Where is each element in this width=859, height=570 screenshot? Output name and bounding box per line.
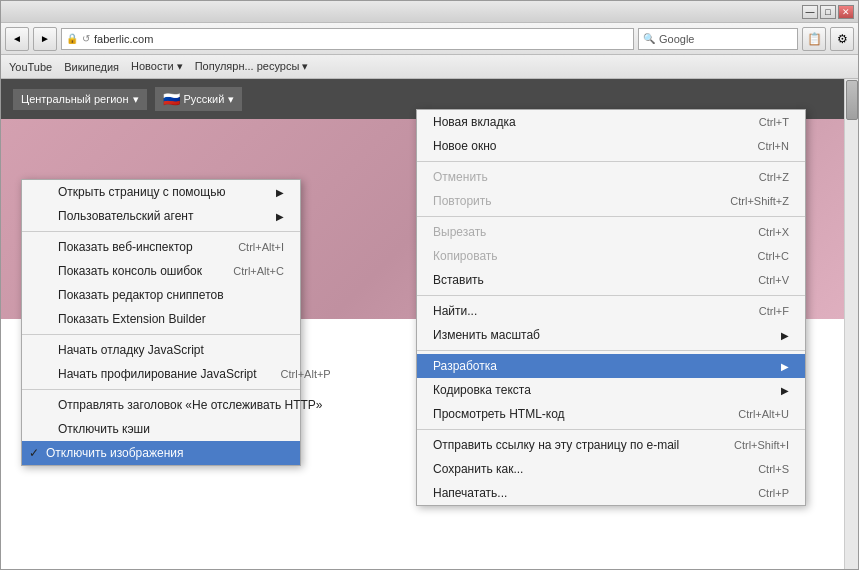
menu-right-item-label-12: Отправить ссылку на эту страницу по e-ma… bbox=[433, 438, 710, 452]
menu-right-separator-6 bbox=[417, 295, 805, 296]
menu-right-item-label-10: Кодировка текста bbox=[433, 383, 773, 397]
menu-right-shortcut-4: Ctrl+X bbox=[758, 226, 789, 238]
search-input[interactable]: Google bbox=[659, 33, 694, 45]
menu-right-separator-11 bbox=[417, 429, 805, 430]
maximize-button[interactable]: □ bbox=[820, 5, 836, 19]
menu-right-shortcut-6: Ctrl+V bbox=[758, 274, 789, 286]
webpage: Центральный регион ▾ 🇷🇺 Русский ▾ «ЗАЩИТ… bbox=[1, 79, 858, 569]
menu-left-item-5[interactable]: Показать Extension Builder bbox=[22, 307, 300, 331]
menu-left-item-label-8: Отправлять заголовок «Не отслеживать HTT… bbox=[58, 398, 323, 412]
menu-right-item-label-2: Отменить bbox=[433, 170, 735, 184]
menu-right-shortcut-2: Ctrl+Z bbox=[759, 171, 789, 183]
menu-right-shortcut-13: Ctrl+S bbox=[758, 463, 789, 475]
close-button[interactable]: ✕ bbox=[838, 5, 854, 19]
menu-right-shortcut-5: Ctrl+C bbox=[758, 250, 789, 262]
menu-right-separator-3 bbox=[417, 216, 805, 217]
menu-right-item-label-4: Вырезать bbox=[433, 225, 734, 239]
bookmarks-bar: YouTube Википедия Новости ▾ Популярн... … bbox=[1, 55, 858, 79]
forward-button[interactable]: ► bbox=[33, 27, 57, 51]
menu-right-item-label-8: Изменить масштаб bbox=[433, 328, 773, 342]
menu-left-item-8[interactable]: Отправлять заголовок «Не отслеживать HTT… bbox=[22, 393, 300, 417]
menu-right-arrow-9: ▶ bbox=[781, 361, 789, 372]
language-label: Русский bbox=[184, 93, 225, 105]
menu-right-shortcut-7: Ctrl+F bbox=[759, 305, 789, 317]
context-menu-development: Открыть страницу с помощью▶Пользовательс… bbox=[21, 179, 301, 466]
back-button[interactable]: ◄ bbox=[5, 27, 29, 51]
menu-right-item-1[interactable]: Новое окноCtrl+N bbox=[417, 134, 805, 158]
scrollbar-thumb[interactable] bbox=[846, 80, 858, 120]
bookmark-popular[interactable]: Популярн... ресурсы ▾ bbox=[195, 60, 309, 73]
context-menu-browser: Новая вкладкаCtrl+TНовое окноCtrl+NОтмен… bbox=[416, 109, 806, 506]
menu-right-item-12[interactable]: Отправить ссылку на эту страницу по e-ma… bbox=[417, 433, 805, 457]
lock-icon: 🔒 bbox=[66, 33, 78, 44]
menu-right-shortcut-3: Ctrl+Shift+Z bbox=[730, 195, 789, 207]
address-text: faberlic.com bbox=[94, 33, 629, 45]
menu-left-item-label-5: Показать Extension Builder bbox=[58, 312, 206, 326]
menu-right-item-label-7: Найти... bbox=[433, 304, 735, 318]
menu-right-separator-1 bbox=[417, 161, 805, 162]
menu-right-item-label-11: Просмотреть HTML-код bbox=[433, 407, 714, 421]
menu-right-item-0[interactable]: Новая вкладкаCtrl+T bbox=[417, 110, 805, 134]
flag-icon: 🇷🇺 bbox=[163, 91, 180, 107]
menu-right-item-13[interactable]: Сохранить как...Ctrl+S bbox=[417, 457, 805, 481]
menu-left-item-7[interactable]: Начать профилирование JavaScriptCtrl+Alt… bbox=[22, 362, 300, 386]
address-bar[interactable]: 🔒 ↺ faberlic.com bbox=[61, 28, 634, 50]
menu-left-item-10[interactable]: ✓Отключить изображения bbox=[22, 441, 300, 465]
menu-right-shortcut-12: Ctrl+Shift+I bbox=[734, 439, 789, 451]
menu-right-item-2: ОтменитьCtrl+Z bbox=[417, 165, 805, 189]
menu-right-item-label-9: Разработка bbox=[433, 359, 773, 373]
browser-toolbar: ◄ ► 🔒 ↺ faberlic.com 🔍 Google 📋 ⚙ bbox=[1, 23, 858, 55]
menu-right-item-7[interactable]: Найти...Ctrl+F bbox=[417, 299, 805, 323]
menu-right-item-14[interactable]: Напечатать...Ctrl+P bbox=[417, 481, 805, 505]
menu-right-item-4: ВырезатьCtrl+X bbox=[417, 220, 805, 244]
menu-left-item-label-3: Показать консоль ошибок bbox=[58, 264, 202, 278]
menu-left-item-9[interactable]: Отключить кэши bbox=[22, 417, 300, 441]
menu-right-item-10[interactable]: Кодировка текста▶ bbox=[417, 378, 805, 402]
bookmark-youtube[interactable]: YouTube bbox=[9, 61, 52, 73]
menu-right-arrow-8: ▶ bbox=[781, 330, 789, 341]
menu-right-separator-8 bbox=[417, 350, 805, 351]
menu-left-item-4[interactable]: Показать редактор сниппетов bbox=[22, 283, 300, 307]
menu-left-separator-1 bbox=[22, 231, 300, 232]
region-label: Центральный регион bbox=[21, 93, 129, 105]
search-bar[interactable]: 🔍 Google bbox=[638, 28, 798, 50]
menu-left-arrow-0: ▶ bbox=[276, 187, 284, 198]
title-bar-buttons: — □ ✕ bbox=[802, 5, 854, 19]
region-chevron-icon: ▾ bbox=[133, 93, 139, 106]
menu-left-item-label-10: Отключить изображения bbox=[46, 446, 183, 460]
menu-left-item-label-2: Показать веб-инспектор bbox=[58, 240, 193, 254]
bookmark-wikipedia[interactable]: Википедия bbox=[64, 61, 119, 73]
menu-right-shortcut-14: Ctrl+P bbox=[758, 487, 789, 499]
minimize-button[interactable]: — bbox=[802, 5, 818, 19]
menu-left-item-2[interactable]: Показать веб-инспекторCtrl+Alt+I bbox=[22, 235, 300, 259]
settings-icon-button[interactable]: ⚙ bbox=[830, 27, 854, 51]
menu-left-item-1[interactable]: Пользовательский агент▶ bbox=[22, 204, 300, 228]
menu-left-item-0[interactable]: Открыть страницу с помощью▶ bbox=[22, 180, 300, 204]
language-select[interactable]: 🇷🇺 Русский ▾ bbox=[155, 87, 243, 111]
menu-right-item-8[interactable]: Изменить масштаб▶ bbox=[417, 323, 805, 347]
menu-right-shortcut-1: Ctrl+N bbox=[758, 140, 789, 152]
menu-right-item-11[interactable]: Просмотреть HTML-кодCtrl+Alt+U bbox=[417, 402, 805, 426]
menu-right-item-label-5: Копировать bbox=[433, 249, 734, 263]
search-magnifier-icon: 🔍 bbox=[643, 33, 655, 44]
menu-left-shortcut-3: Ctrl+Alt+C bbox=[233, 265, 284, 277]
menu-left-item-3[interactable]: Показать консоль ошибокCtrl+Alt+C bbox=[22, 259, 300, 283]
bookmarks-icon-button[interactable]: 📋 bbox=[802, 27, 826, 51]
region-select[interactable]: Центральный регион ▾ bbox=[13, 89, 147, 110]
menu-left-item-6[interactable]: Начать отладку JavaScript bbox=[22, 338, 300, 362]
menu-left-separator-7 bbox=[22, 389, 300, 390]
menu-left-arrow-1: ▶ bbox=[276, 211, 284, 222]
browser-window: — □ ✕ ◄ ► 🔒 ↺ faberlic.com 🔍 Google 📋 ⚙ … bbox=[0, 0, 859, 570]
bookmark-news[interactable]: Новости ▾ bbox=[131, 60, 183, 73]
menu-left-item-label-0: Открыть страницу с помощью bbox=[58, 185, 225, 199]
page-content: Центральный регион ▾ 🇷🇺 Русский ▾ «ЗАЩИТ… bbox=[1, 79, 858, 569]
title-bar: — □ ✕ bbox=[1, 1, 858, 23]
menu-right-arrow-10: ▶ bbox=[781, 385, 789, 396]
scrollbar[interactable] bbox=[844, 79, 858, 569]
menu-left-item-label-7: Начать профилирование JavaScript bbox=[58, 367, 257, 381]
menu-left-shortcut-2: Ctrl+Alt+I bbox=[238, 241, 284, 253]
menu-right-shortcut-11: Ctrl+Alt+U bbox=[738, 408, 789, 420]
menu-right-item-9[interactable]: Разработка▶ bbox=[417, 354, 805, 378]
reload-icon[interactable]: ↺ bbox=[82, 33, 90, 44]
menu-right-item-6[interactable]: ВставитьCtrl+V bbox=[417, 268, 805, 292]
